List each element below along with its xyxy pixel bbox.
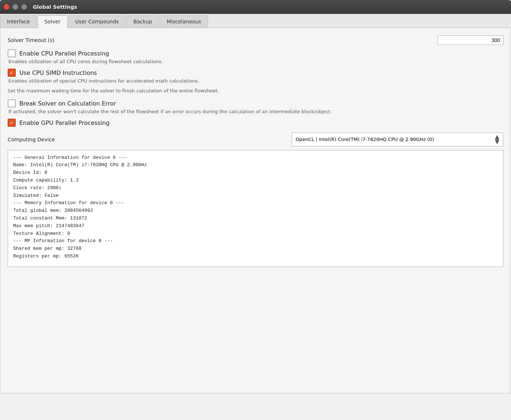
device-info-box[interactable]: --- General Information for device 0 ---… <box>8 150 503 267</box>
info-line: --- Memory Information for device 0 --- <box>13 199 498 207</box>
break-checkbox[interactable] <box>8 99 16 107</box>
max-wait-desc: Set the maximum waiting time for the sol… <box>8 88 503 93</box>
device-row: Computing Device OpenCL | Intel(R) Core(… <box>8 133 503 146</box>
info-line: Clock rate: 2900| <box>13 184 498 192</box>
tab-user-compounds[interactable]: User Compounds <box>68 15 126 27</box>
info-line: Registers per mp: 65536 <box>13 253 498 260</box>
info-line: --- General Information for device 0 --- <box>13 154 498 162</box>
gpu-row: Enable GPU Parallel Processing <box>8 119 503 127</box>
content-panel: Solver Timeout (s) Enable CPU Parallel P… <box>0 28 511 393</box>
gpu-label: Enable GPU Parallel Processing <box>19 119 110 126</box>
device-select[interactable]: OpenCL | Intel(R) Core(TM) i7-7820HQ CPU… <box>292 133 503 146</box>
cpu-parallel-checkbox[interactable] <box>8 49 16 57</box>
simd-label: Use CPU SIMD Instructions <box>19 69 97 76</box>
tab-miscellaneous[interactable]: Miscelaneous <box>160 15 208 27</box>
break-row: Break Solver on Calculation Error <box>8 99 503 107</box>
cpu-parallel-label: Enable CPU Parallel Processing <box>19 50 109 57</box>
timeout-input[interactable] <box>438 35 503 45</box>
timeout-row: Solver Timeout (s) <box>8 35 503 45</box>
info-line: Shared mem per mp: 32768 <box>13 245 498 253</box>
timeout-label: Solver Timeout (s) <box>8 37 54 43</box>
device-label: Computing Device <box>8 137 55 142</box>
cpu-parallel-desc: Enables utilization of all CPU cores dur… <box>8 59 503 64</box>
simd-desc: Enables utilization of special CPU instr… <box>8 78 503 84</box>
titlebar: Global Settings <box>0 0 511 14</box>
window-title: Global Settings <box>33 4 77 10</box>
info-line: Device Id: 0 <box>13 169 498 177</box>
tabbar: Interface Solver User Compounds Backup M… <box>0 14 511 28</box>
info-line: --- MP Information for device 0 --- <box>13 237 498 245</box>
info-line: Simulated: False <box>13 192 498 200</box>
info-line: Name: Intel(R) Core(TM) i7-7820HQ CPU @ … <box>13 161 498 169</box>
close-button[interactable] <box>4 4 9 10</box>
device-value: OpenCL | Intel(R) Core(TM) i7-7820HQ CPU… <box>296 137 434 142</box>
info-line: Compute capability: 1.2 <box>13 177 498 184</box>
gpu-checkbox[interactable] <box>8 119 16 127</box>
device-select-arrow-icon: ▲▼ <box>495 135 499 144</box>
break-label: Break Solver on Calculation Error <box>19 100 116 107</box>
info-line: Total constant Mem: 131072 <box>13 215 498 222</box>
tab-interface[interactable]: Interface <box>0 15 37 27</box>
tab-backup[interactable]: Backup <box>126 15 159 27</box>
minimize-button[interactable] <box>12 4 18 10</box>
simd-checkbox[interactable] <box>8 69 16 77</box>
break-desc: If activated, the solver won't calculate… <box>8 109 503 114</box>
info-line: Texture Alignment: 0 <box>13 230 498 238</box>
simd-row: Use CPU SIMD Instructions <box>8 69 503 77</box>
cpu-parallel-row: Enable CPU Parallel Processing <box>8 49 503 57</box>
info-line: Total global mem: 2084564992 <box>13 207 498 215</box>
info-line: Max mem pitch: 2147483647 <box>13 222 498 230</box>
tab-solver[interactable]: Solver <box>38 15 68 28</box>
maximize-button[interactable] <box>21 4 27 10</box>
